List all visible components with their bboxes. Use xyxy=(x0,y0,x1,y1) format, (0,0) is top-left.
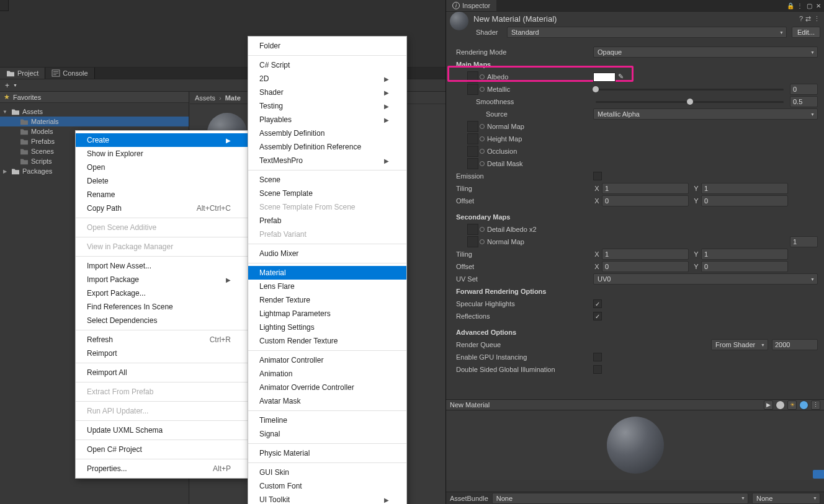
menu-item-reimport-all[interactable]: Reimport All xyxy=(76,366,248,379)
kebab-icon[interactable]: ⋮ xyxy=(811,400,820,410)
menu-item-animation[interactable]: Animation xyxy=(248,367,406,381)
smoothness-field[interactable]: 0.5 xyxy=(790,96,818,107)
detail-mask-picker-icon[interactable] xyxy=(480,161,485,166)
metallic-texture-slot[interactable] xyxy=(467,84,478,95)
occlusion-picker-icon[interactable] xyxy=(480,149,485,154)
menu-item-avatar-mask[interactable]: Avatar Mask xyxy=(248,394,406,408)
normal-map2-picker-icon[interactable] xyxy=(480,239,485,244)
normal-map-slot[interactable] xyxy=(467,121,478,132)
menu-item-textmeshpro[interactable]: TextMeshPro▶ xyxy=(248,154,406,167)
expand-down-icon[interactable]: ▼ xyxy=(1,109,9,115)
menu-item-ui-toolkit[interactable]: UI Toolkit▶ xyxy=(248,493,406,504)
preset-icon[interactable]: ⇄ xyxy=(805,15,811,23)
tiling-x-field[interactable]: 1 xyxy=(602,183,689,194)
menu-item-show-in-explorer[interactable]: Show in Explorer xyxy=(76,147,248,161)
menu-item-prefab[interactable]: Prefab xyxy=(248,214,406,228)
menu-item-animator-override-controller[interactable]: Animator Override Controller xyxy=(248,381,406,394)
close-icon[interactable]: ✕ xyxy=(814,1,823,10)
menu-item-2d[interactable]: 2D▶ xyxy=(248,72,406,86)
offset2-x-field[interactable]: 0 xyxy=(602,261,689,272)
menu-item-import-package[interactable]: Import Package▶ xyxy=(76,273,248,286)
light-icon[interactable]: ☀ xyxy=(787,400,797,410)
menu-item-delete[interactable]: Delete xyxy=(76,174,248,188)
menu-item-select-dependencies[interactable]: Select Dependencies xyxy=(76,314,248,327)
offset2-y-field[interactable]: 0 xyxy=(701,261,788,272)
play-icon[interactable]: ▶ xyxy=(764,400,773,410)
menu-item-scene[interactable]: Scene xyxy=(248,173,406,187)
lock-icon[interactable]: 🔒 xyxy=(786,1,795,10)
gpu-checkbox[interactable] xyxy=(593,353,602,361)
menu-item-timeline[interactable]: Timeline xyxy=(248,413,406,427)
slider-thumb-icon[interactable] xyxy=(593,86,599,92)
albedo-texture-picker-icon[interactable] xyxy=(480,74,485,79)
menu-item-custom-font[interactable]: Custom Font xyxy=(248,479,406,493)
metallic-slider[interactable] xyxy=(596,89,784,91)
menu-item-assembly-definition[interactable]: Assembly Definition xyxy=(248,126,406,140)
menu-item-refresh[interactable]: RefreshCtrl+R xyxy=(76,333,248,347)
detail-albedo-picker-icon[interactable] xyxy=(480,227,485,232)
menu-item-gui-skin[interactable]: GUI Skin xyxy=(248,466,406,479)
menu-item-create[interactable]: Create▶ xyxy=(76,133,248,147)
breadcrumb-assets[interactable]: Assets xyxy=(195,94,215,102)
kebab-icon[interactable]: ⋮ xyxy=(813,15,820,23)
expand-icon[interactable]: ▢ xyxy=(805,1,813,10)
help-icon[interactable]: ? xyxy=(799,15,803,22)
source-dropdown[interactable]: Metallic Alpha xyxy=(593,108,818,120)
menu-item-folder[interactable]: Folder xyxy=(248,39,406,53)
menu-item-testing[interactable]: Testing▶ xyxy=(248,99,406,113)
menu-item-find-references-in-scene[interactable]: Find References In Scene xyxy=(76,300,248,314)
sky-icon[interactable] xyxy=(799,400,808,410)
add-button[interactable]: + xyxy=(2,81,12,90)
detail-mask-slot[interactable] xyxy=(467,158,478,169)
dsgi-checkbox[interactable] xyxy=(593,365,602,374)
offset-y-field[interactable]: 0 xyxy=(701,195,788,206)
detail-albedo-slot[interactable] xyxy=(467,224,478,235)
preview-header[interactable]: New Material ▶ ☀ ⋮ xyxy=(446,399,824,410)
albedo-color-swatch[interactable] xyxy=(593,73,616,82)
menu-item-signal[interactable]: Signal xyxy=(248,427,406,441)
menu-item-rename[interactable]: Rename xyxy=(76,188,248,201)
favorites-header[interactable]: ★ Favorites xyxy=(0,92,189,103)
expand-right-icon[interactable]: ▶ xyxy=(1,169,9,174)
tab-console[interactable]: Console xyxy=(45,68,94,79)
emission-checkbox[interactable] xyxy=(593,172,602,180)
menu-item-import-new-asset[interactable]: Import New Asset... xyxy=(76,259,248,273)
render-queue-field[interactable]: 2000 xyxy=(772,339,818,350)
menu-item-c-script[interactable]: C# Script xyxy=(248,58,406,72)
menu-icon[interactable]: ⋮ xyxy=(795,1,804,10)
shader-dropdown[interactable]: Standard xyxy=(507,27,787,38)
menu-item-open[interactable]: Open xyxy=(76,161,248,174)
tree-item-assets[interactable]: ▼Assets xyxy=(0,107,189,117)
normal-map2-field[interactable]: 1 xyxy=(790,236,818,247)
menu-item-lens-flare[interactable]: Lens Flare xyxy=(248,280,406,293)
tab-inspector[interactable]: i Inspector xyxy=(446,0,496,11)
tiling2-y-field[interactable]: 1 xyxy=(701,249,788,260)
normal-map-picker-icon[interactable] xyxy=(480,124,485,129)
menu-item-copy-path[interactable]: Copy PathAlt+Ctrl+C xyxy=(76,201,248,215)
menu-item-lighting-settings[interactable]: Lighting Settings xyxy=(248,321,406,334)
menu-item-material[interactable]: Material xyxy=(248,266,406,280)
menu-item-custom-render-texture[interactable]: Custom Render Texture xyxy=(248,334,406,348)
menu-item-animator-controller[interactable]: Animator Controller xyxy=(248,353,406,367)
sphere-icon[interactable] xyxy=(776,400,785,410)
menu-item-playables[interactable]: Playables▶ xyxy=(248,113,406,126)
rendering-mode-dropdown[interactable]: Opaque xyxy=(593,46,818,58)
menu-item-render-texture[interactable]: Render Texture xyxy=(248,293,406,307)
asset-bundle-dropdown[interactable]: None xyxy=(492,493,748,504)
metallic-field[interactable]: 0 xyxy=(790,84,818,95)
albedo-texture-slot[interactable] xyxy=(467,71,478,82)
tiling2-x-field[interactable]: 1 xyxy=(602,249,689,260)
slider-thumb-icon[interactable] xyxy=(687,99,693,105)
menu-item-open-c-project[interactable]: Open C# Project xyxy=(76,443,248,456)
height-map-slot[interactable] xyxy=(467,133,478,144)
material-preview[interactable] xyxy=(446,410,824,480)
menu-item-lightmap-parameters[interactable]: Lightmap Parameters xyxy=(248,307,406,321)
label-tag-icon[interactable] xyxy=(813,470,824,479)
smoothness-slider[interactable] xyxy=(596,101,784,103)
menu-item-audio-mixer[interactable]: Audio Mixer xyxy=(248,247,406,260)
menu-item-properties[interactable]: Properties...Alt+P xyxy=(76,462,248,475)
render-queue-dropdown[interactable]: From Shader xyxy=(711,339,768,350)
specular-checkbox[interactable]: ✓ xyxy=(593,299,602,308)
normal-map2-slot[interactable] xyxy=(467,236,478,247)
offset-x-field[interactable]: 0 xyxy=(602,195,689,206)
